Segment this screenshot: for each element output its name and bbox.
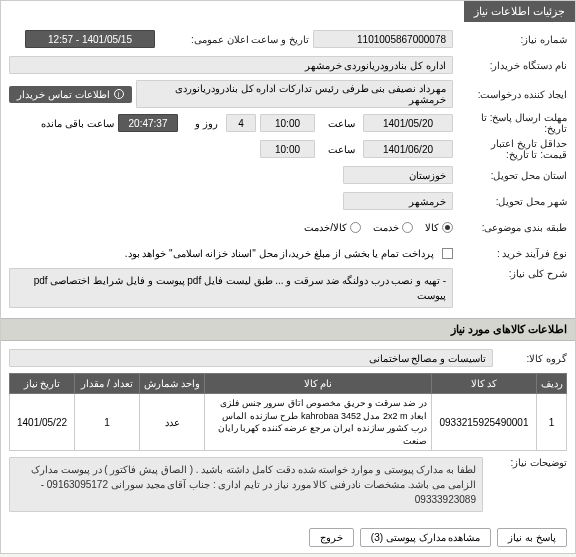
need-notes-value: لطفا به مدارک پیوستی و موارد خواسته شده … [9, 457, 483, 512]
th-unit: واحد شمارش [140, 374, 205, 394]
info-icon: i [114, 89, 124, 99]
public-time-value: 1401/05/15 - 12:57 [25, 30, 155, 48]
cell-qty: 1 [75, 394, 140, 451]
desc-value: - تهیه و نصب درب دولنگه ضد سرقت و ... طب… [9, 268, 453, 308]
th-idx: ردیف [537, 374, 567, 394]
cell-date: 1401/05/22 [10, 394, 75, 451]
items-section-title: اطلاعات کالاهای مورد نیاز [1, 318, 575, 341]
table-row: 1 0933215925490001 در ضد سرقت و حریق مخص… [10, 394, 567, 451]
group-value: تاسیسات و مصالح ساختمانی [9, 349, 493, 367]
time-remain: 20:47:37 [118, 114, 178, 132]
days-remain: 4 [226, 114, 256, 132]
cell-unit: عدد [140, 394, 205, 451]
city-label: شهر محل تحویل: [457, 196, 567, 207]
desc-label: شرح کلی نیاز: [457, 268, 567, 279]
main-panel: جزئیات اطلاعات نیاز شماره نیاز: 11010058… [0, 0, 576, 554]
close-button[interactable]: خروج [309, 528, 354, 547]
category-radio-group: کالا خدمت کالا/خدمت [9, 222, 453, 233]
validity-date: 1401/06/20 [363, 140, 453, 158]
time-label-1: ساعت [319, 118, 359, 129]
buyer-label: نام دستگاه خریدار: [457, 60, 567, 71]
time-label-2: ساعت [319, 144, 359, 155]
requester-value: مهرداد نصیفی بنی طرفی رئیس تدارکات اداره… [136, 80, 453, 108]
items-table: ردیف کد کالا نام کالا واحد شمارش تعداد /… [9, 373, 567, 451]
process-note: پرداخت تمام یا بخشی از مبلغ خرید،از محل … [125, 248, 434, 259]
deadline-time: 10:00 [260, 114, 315, 132]
contact-button[interactable]: i اطلاعات تماس خریدار [9, 86, 132, 103]
th-qty: تعداد / مقدار [75, 374, 140, 394]
process-checkbox[interactable] [442, 248, 453, 259]
radio-goods[interactable] [442, 222, 453, 233]
footer-buttons: پاسخ به نیاز مشاهده مدارک پیوستی (3) خرو… [1, 522, 575, 553]
radio-goods-service[interactable] [350, 222, 361, 233]
requester-label: ایجاد کننده درخواست: [457, 89, 567, 100]
validity-label: حداقل تاریخ اعتبار قیمت: تا تاریخ: [457, 138, 567, 160]
city-value: خرمشهر [343, 192, 453, 210]
province-value: خوزستان [343, 166, 453, 184]
th-name: نام کالا [205, 374, 432, 394]
remain-label: ساعت باقی مانده [41, 118, 114, 129]
public-time-label: تاریخ و ساعت اعلان عمومی: [159, 34, 309, 45]
days-label: روز و [182, 118, 222, 129]
reply-button[interactable]: پاسخ به نیاز [497, 528, 567, 547]
th-date: تاریخ نیاز [10, 374, 75, 394]
deadline-label: مهلت ارسال پاسخ: تا تاریخ: [457, 112, 567, 134]
radio-service[interactable] [402, 222, 413, 233]
cell-name: در ضد سرقت و حریق مخصوص اتاق سرور جنس فل… [205, 394, 432, 451]
header-tab: جزئیات اطلاعات نیاز [464, 1, 575, 22]
need-no-label: شماره نیاز: [457, 34, 567, 45]
buyer-value: اداره کل بنادرودریانوردی خرمشهر [9, 56, 453, 74]
need-no-value: 1101005867000078 [313, 30, 453, 48]
need-notes-label: توضیحات نیاز: [487, 457, 567, 468]
attachments-button[interactable]: مشاهده مدارک پیوستی (3) [360, 528, 492, 547]
cell-idx: 1 [537, 394, 567, 451]
process-label: نوع فرآیند خرید : [457, 248, 567, 259]
province-label: استان محل تحویل: [457, 170, 567, 181]
group-label: گروه کالا: [497, 353, 567, 364]
category-label: طبقه بندی موضوعی: [457, 222, 567, 233]
cell-code: 0933215925490001 [432, 394, 537, 451]
table-header-row: ردیف کد کالا نام کالا واحد شمارش تعداد /… [10, 374, 567, 394]
th-code: کد کالا [432, 374, 537, 394]
deadline-date: 1401/05/20 [363, 114, 453, 132]
validity-time: 10:00 [260, 140, 315, 158]
